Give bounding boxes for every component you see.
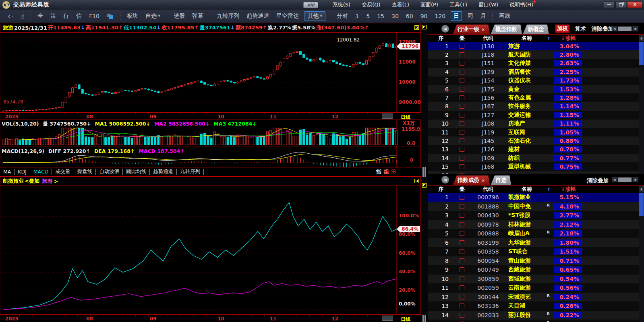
toolbar-F10[interactable]: F10 bbox=[85, 11, 103, 21]
indicator-tab-操盘线[interactable]: 操盘线 bbox=[74, 169, 96, 175]
overlay-checkbox[interactable] bbox=[454, 113, 470, 118]
table-row[interactable]: 2 J118 航天国防 2.80% bbox=[428, 50, 644, 59]
toolbar-其他[interactable]: 其他▼ bbox=[304, 11, 325, 21]
toolbar-5[interactable]: 5 bbox=[362, 11, 373, 21]
tab-概念指数[interactable]: 概念指数 bbox=[491, 25, 522, 34]
overlay-checkbox[interactable] bbox=[454, 52, 470, 57]
col-name[interactable]: 名称 bbox=[507, 186, 547, 193]
indicator-tab-成交量[interactable]: 成交量 bbox=[52, 169, 74, 175]
menu-item-4[interactable]: 工具(T) bbox=[444, 0, 473, 10]
button-清除叠加[interactable]: 清除叠加 bbox=[587, 177, 609, 184]
table-row[interactable]: 3 000430 *ST张股 2.77% bbox=[428, 211, 644, 220]
table-row[interactable]: 10 J108 房地产 1.11% bbox=[428, 120, 644, 128]
scroll-up-icon[interactable]: ▲ bbox=[639, 35, 644, 41]
chart2-scrollbar-thumb[interactable] bbox=[382, 316, 393, 321]
toolbar-信[interactable]: 信 bbox=[72, 11, 85, 21]
table-row[interactable]: 5 J154 仪器仪表 1.73% bbox=[428, 76, 644, 85]
overlay-checkbox[interactable] bbox=[454, 204, 470, 209]
vertical-scrollbar[interactable]: ▲ bbox=[639, 186, 644, 322]
table-row[interactable]: 14 J109 纺织 0.77% bbox=[428, 154, 644, 162]
menu-item-2[interactable]: 查看(L) bbox=[386, 0, 415, 10]
layers-icon[interactable] bbox=[107, 14, 113, 19]
table-row[interactable]: 12 J145 石油石化 0.88% bbox=[428, 136, 644, 145]
close-icon[interactable]: × bbox=[481, 27, 485, 32]
col-code[interactable]: 代码 bbox=[470, 35, 507, 42]
col-overlay[interactable]: 叠 bbox=[454, 35, 470, 42]
toolbar-策[interactable]: 策 bbox=[47, 11, 60, 21]
overlay-checkbox[interactable] bbox=[454, 130, 470, 135]
scroll-left-icon[interactable]: ◀ bbox=[612, 26, 617, 31]
col-seq[interactable]: 序 bbox=[428, 35, 454, 42]
toolbar-九转序列[interactable]: 九转序列 bbox=[213, 11, 243, 21]
table-row[interactable]: 14 002033 丽江股份 R 0.22% bbox=[428, 311, 644, 320]
toolbar-1[interactable]: 1 bbox=[352, 11, 362, 21]
col-seq[interactable]: 序 bbox=[428, 186, 454, 193]
menu-item-1[interactable]: 交易(Q) bbox=[356, 0, 386, 10]
button-算术[interactable]: 算术 bbox=[575, 25, 586, 33]
table-row[interactable]: 4 000978 桂林旅游 2.12% bbox=[428, 220, 644, 229]
toolbar-分时[interactable]: 分时 bbox=[333, 11, 352, 21]
indicator-tab-趋势通道[interactable]: 趋势通道 bbox=[150, 169, 177, 175]
button-清除叠加[interactable]: 清除叠加 bbox=[592, 25, 613, 33]
menu-item-3[interactable]: 画面(P) bbox=[415, 0, 444, 10]
table-row[interactable]: 16 bbox=[428, 171, 644, 174]
indicator-tab-自动波浪[interactable]: 自动波浪 bbox=[96, 169, 123, 175]
table-row[interactable]: 15 J168 重型机械 0.75% bbox=[428, 162, 644, 171]
overlay-checkbox[interactable] bbox=[454, 231, 470, 236]
close-button[interactable]: X bbox=[627, 1, 642, 8]
overlay-checkbox[interactable] bbox=[454, 70, 470, 74]
overlay-checkbox[interactable] bbox=[454, 285, 470, 290]
overlay-checkbox[interactable] bbox=[454, 156, 470, 161]
tab-自选[interactable]: 自选 bbox=[491, 175, 511, 185]
overlay-checkbox[interactable] bbox=[454, 258, 470, 263]
table-row[interactable]: 8 J167 软件服务 1.14% bbox=[428, 102, 644, 111]
toolbar-日[interactable]: 日 bbox=[451, 11, 462, 21]
overlay-checkbox[interactable] bbox=[454, 147, 470, 152]
table-row[interactable]: 3 J151 文化传媒 2.63% bbox=[428, 59, 644, 68]
overlay-checkbox[interactable] bbox=[454, 164, 470, 169]
table-row[interactable]: 7 J156 有色金属 1.28% bbox=[428, 93, 644, 102]
chart2-overlay-symbol[interactable]: 旅游 bbox=[42, 178, 52, 185]
maximize-icon[interactable] bbox=[422, 25, 427, 29]
maximize-icon[interactable] bbox=[414, 25, 419, 30]
tab-指数成份[interactable]: 指数成份× bbox=[453, 175, 490, 185]
table-row[interactable]: 6 J175 黄金 1.53% bbox=[428, 85, 644, 93]
restore-button[interactable] bbox=[615, 1, 626, 8]
scroll-right-icon[interactable]: ▶ bbox=[633, 177, 638, 182]
toolbar-趋势通道[interactable]: 趋势通道 bbox=[243, 11, 273, 21]
col-pct[interactable]: ↓涨幅 bbox=[554, 35, 582, 42]
overlay-checkbox[interactable] bbox=[454, 78, 470, 83]
panel-nav-back-icon[interactable]: ◀ bbox=[441, 25, 449, 33]
overlay-checkbox[interactable] bbox=[454, 222, 470, 227]
toolbar-星空雷达[interactable]: 星空雷达 bbox=[273, 11, 302, 21]
col-name[interactable]: 名称 bbox=[507, 35, 547, 42]
overlay-line-chart[interactable] bbox=[0, 186, 421, 314]
tab-行业一级[interactable]: 行业一级× bbox=[453, 25, 490, 34]
menu-item-6[interactable]: 说明书(H) bbox=[504, 0, 539, 10]
overlay-checkbox[interactable] bbox=[454, 267, 470, 272]
overlay-checkbox[interactable] bbox=[454, 95, 470, 100]
overlay-checkbox[interactable] bbox=[454, 87, 470, 92]
toolbar-选股[interactable]: 选股 bbox=[170, 11, 188, 21]
overlay-checkbox[interactable] bbox=[454, 138, 470, 143]
hand-icon[interactable]: ☝ bbox=[17, 12, 28, 21]
horizontal-scrollbar[interactable]: ◀▶ bbox=[612, 26, 638, 31]
table-row[interactable]: 9 J127 交通运输 1.15% bbox=[428, 111, 644, 119]
scroll-right-icon[interactable]: ▶ bbox=[633, 26, 638, 31]
table-row[interactable]: 2 601888 中国中免 R 4.18% bbox=[428, 202, 644, 211]
indicator-tab-顾比均线[interactable]: 顾比均线 bbox=[123, 169, 150, 175]
table-row[interactable]: 5 000888 峨眉山A R 2.18% bbox=[428, 229, 644, 238]
sort-up-icon[interactable]: ↑ bbox=[547, 36, 554, 41]
toolbar-行[interactable]: 行 bbox=[60, 11, 72, 21]
close-icon[interactable]: × bbox=[481, 178, 485, 183]
table-row[interactable]: 4 J129 酒店餐饮 2.25% bbox=[428, 68, 644, 76]
button-加权[interactable]: 加权 bbox=[555, 25, 569, 33]
scroll-left-icon[interactable]: ◀ bbox=[612, 177, 617, 182]
overlay-checkbox[interactable] bbox=[454, 213, 470, 218]
toolbar-120[interactable]: 120 bbox=[431, 11, 449, 21]
overlay-checkbox[interactable] bbox=[454, 313, 470, 318]
toolbar-60[interactable]: 60 bbox=[402, 11, 417, 21]
toolbar-自选[interactable]: 自选▼ bbox=[142, 11, 164, 21]
overlay-checkbox[interactable] bbox=[454, 121, 470, 126]
col-pct[interactable]: ↓涨幅 bbox=[554, 186, 582, 193]
